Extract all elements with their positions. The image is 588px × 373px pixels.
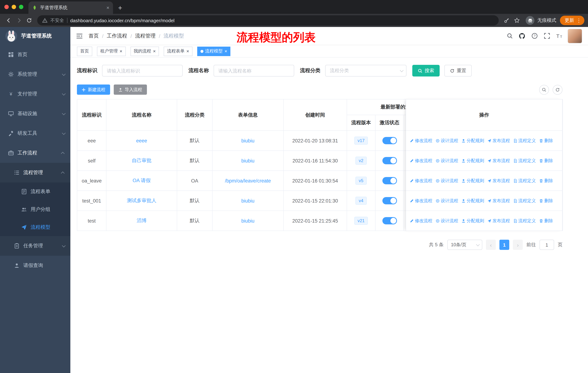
process-name-link[interactable]: OA 请假 bbox=[133, 178, 151, 183]
process-id-input[interactable] bbox=[102, 65, 183, 77]
active-toggle[interactable] bbox=[382, 217, 397, 224]
create-process-button[interactable]: 新建流程 bbox=[77, 84, 110, 95]
help-icon[interactable]: ? bbox=[530, 32, 538, 40]
refresh-icon[interactable] bbox=[553, 85, 562, 94]
action-design-link[interactable]: 设计流程 bbox=[436, 178, 458, 184]
breadcrumb-item[interactable]: 工作流程 bbox=[107, 33, 127, 39]
tab-close-icon[interactable]: × bbox=[106, 5, 109, 10]
action-delete-link[interactable]: 删除 bbox=[539, 178, 553, 184]
process-name-link[interactable]: eeee bbox=[136, 138, 147, 143]
sidebar-item-system[interactable]: 系统管理 bbox=[0, 64, 70, 84]
browser-menu-icon[interactable]: ⋮ bbox=[576, 18, 581, 23]
active-toggle[interactable] bbox=[382, 157, 397, 164]
security-label[interactable]: 不安全 bbox=[50, 17, 64, 23]
action-design-link[interactable]: 设计流程 bbox=[436, 138, 458, 144]
search-icon[interactable] bbox=[506, 32, 514, 40]
form-info-link[interactable]: biubiu bbox=[241, 138, 254, 143]
maximize-window-button[interactable] bbox=[19, 5, 23, 9]
new-tab-button[interactable]: + bbox=[118, 4, 122, 11]
process-name-input[interactable] bbox=[214, 65, 294, 77]
github-icon[interactable] bbox=[518, 32, 526, 40]
close-icon[interactable]: × bbox=[120, 49, 122, 53]
version-tag[interactable]: v5 bbox=[356, 177, 367, 185]
sidebar-item-process-model[interactable]: 流程模型 bbox=[0, 218, 70, 236]
logo[interactable]: 芋道管理系统 bbox=[0, 27, 70, 45]
form-info-link[interactable]: biubiu bbox=[241, 218, 254, 223]
forward-icon[interactable] bbox=[14, 15, 24, 26]
hamburger-icon[interactable] bbox=[76, 33, 83, 39]
close-icon[interactable]: × bbox=[186, 49, 189, 53]
tag-view[interactable]: 首页 bbox=[77, 46, 92, 56]
sidebar-item-home[interactable]: 首页 bbox=[0, 45, 70, 64]
action-publish-link[interactable]: 发布流程 bbox=[487, 158, 510, 164]
action-assign-link[interactable]: 分配规则 bbox=[462, 198, 484, 204]
version-tag[interactable]: v4 bbox=[356, 197, 367, 205]
sidebar-item-infrastructure[interactable]: 基础设施 bbox=[0, 104, 70, 123]
tag-view[interactable]: 流程表单× bbox=[164, 46, 192, 56]
close-window-button[interactable] bbox=[4, 5, 9, 9]
action-assign-link[interactable]: 分配规则 bbox=[462, 218, 484, 224]
version-tag[interactable]: v17 bbox=[354, 137, 368, 145]
action-delete-link[interactable]: 删除 bbox=[539, 198, 553, 204]
user-avatar[interactable] bbox=[567, 29, 582, 43]
close-icon[interactable]: × bbox=[153, 49, 156, 53]
sidebar-item-task-management[interactable]: 任务管理 bbox=[0, 236, 70, 256]
next-page-button[interactable]: › bbox=[513, 240, 523, 250]
browser-tab[interactable]: 芋道管理系统 × bbox=[28, 1, 113, 14]
minimize-window-button[interactable] bbox=[12, 5, 16, 9]
active-toggle[interactable] bbox=[382, 197, 397, 204]
active-toggle[interactable] bbox=[382, 177, 397, 184]
action-design-link[interactable]: 设计流程 bbox=[436, 218, 458, 224]
action-assign-link[interactable]: 分配规则 bbox=[462, 138, 484, 144]
breadcrumb-item[interactable]: 首页 bbox=[89, 33, 99, 39]
sidebar-item-user-group[interactable]: 用户分组 bbox=[0, 200, 70, 218]
sidebar-item-workflow[interactable]: 工作流程 bbox=[0, 143, 70, 163]
action-definition-link[interactable]: 流程定义 bbox=[513, 138, 536, 144]
action-definition-link[interactable]: 流程定义 bbox=[513, 218, 536, 224]
address-bar[interactable]: 不安全 dashboard.yudao.iocoder.cn/bpm/manag… bbox=[37, 15, 499, 26]
action-edit-link[interactable]: 修改流程 bbox=[410, 158, 432, 164]
back-icon[interactable] bbox=[4, 15, 14, 26]
version-tag[interactable]: v2 bbox=[356, 157, 367, 165]
action-edit-link[interactable]: 修改流程 bbox=[410, 138, 432, 144]
action-edit-link[interactable]: 修改流程 bbox=[410, 218, 432, 224]
form-info-link[interactable]: /bpm/oa/leave/create bbox=[225, 178, 271, 183]
tag-view[interactable]: 流程模型× bbox=[197, 46, 231, 56]
import-process-button[interactable]: 导入流程 bbox=[114, 84, 147, 95]
form-info-link[interactable]: biubiu bbox=[241, 158, 254, 163]
action-definition-link[interactable]: 流程定义 bbox=[513, 198, 536, 204]
close-icon[interactable]: × bbox=[225, 49, 227, 53]
fullscreen-icon[interactable] bbox=[543, 32, 551, 40]
action-edit-link[interactable]: 修改流程 bbox=[410, 198, 432, 204]
action-publish-link[interactable]: 发布流程 bbox=[487, 138, 510, 144]
goto-page-input[interactable] bbox=[539, 240, 554, 250]
action-definition-link[interactable]: 流程定义 bbox=[513, 178, 536, 184]
active-toggle[interactable] bbox=[382, 137, 397, 144]
breadcrumb-item[interactable]: 流程管理 bbox=[135, 33, 156, 39]
category-select[interactable]: 流程分类 bbox=[325, 65, 407, 77]
show-search-icon[interactable] bbox=[539, 85, 549, 94]
action-definition-link[interactable]: 流程定义 bbox=[513, 158, 536, 164]
tag-view[interactable]: 我的流程× bbox=[130, 46, 159, 56]
action-publish-link[interactable]: 发布流程 bbox=[487, 218, 510, 224]
form-info-link[interactable]: biubiu bbox=[241, 198, 254, 203]
action-design-link[interactable]: 设计流程 bbox=[436, 198, 458, 204]
search-button[interactable]: 搜索 bbox=[412, 65, 440, 77]
reset-button[interactable]: 重置 bbox=[444, 65, 472, 77]
action-assign-link[interactable]: 分配规则 bbox=[462, 158, 484, 164]
process-name-link[interactable]: 滔博 bbox=[137, 218, 147, 223]
action-publish-link[interactable]: 发布流程 bbox=[487, 198, 510, 204]
sidebar-item-process-management[interactable]: 流程管理 bbox=[0, 163, 70, 182]
profile-chip[interactable]: 无痕模式 bbox=[526, 16, 556, 25]
action-delete-link[interactable]: 删除 bbox=[539, 138, 553, 144]
prev-page-button[interactable]: ‹ bbox=[486, 240, 496, 250]
sidebar-item-process-form[interactable]: 流程表单 bbox=[0, 182, 70, 200]
action-publish-link[interactable]: 发布流程 bbox=[487, 178, 510, 184]
font-size-icon[interactable]: TT bbox=[555, 32, 563, 40]
version-tag[interactable]: v21 bbox=[354, 217, 368, 225]
process-name-link[interactable]: 测试多审批人 bbox=[127, 198, 156, 203]
page-number-button[interactable]: 1 bbox=[499, 240, 509, 250]
sidebar-item-payment[interactable]: ¥ 支付管理 bbox=[0, 84, 70, 104]
action-delete-link[interactable]: 删除 bbox=[539, 218, 553, 224]
update-button[interactable]: 更新 ⋮ bbox=[560, 16, 584, 25]
